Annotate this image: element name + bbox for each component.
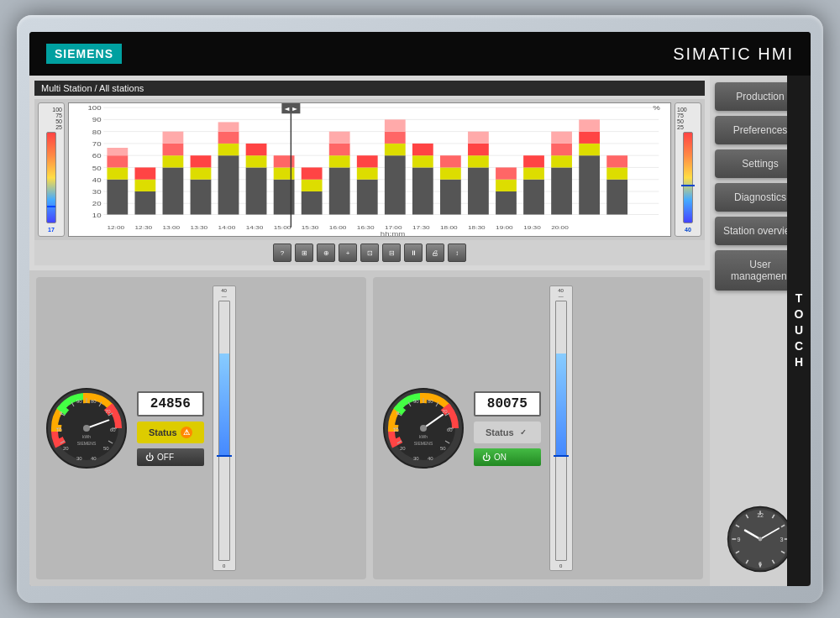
station-1-controls: 24856 Status ⚠ ⏻ OFF bbox=[137, 391, 204, 466]
svg-text:13:30: 13:30 bbox=[191, 224, 208, 231]
svg-text:3: 3 bbox=[780, 536, 784, 543]
svg-rect-29 bbox=[163, 155, 184, 167]
svg-text:40: 40 bbox=[91, 456, 97, 461]
svg-rect-83 bbox=[606, 180, 627, 215]
svg-text:50: 50 bbox=[92, 165, 102, 171]
svg-rect-48 bbox=[329, 167, 350, 214]
svg-text:12: 12 bbox=[757, 511, 764, 519]
svg-text:90: 90 bbox=[413, 399, 419, 404]
svg-text:◄►: ◄► bbox=[283, 105, 299, 112]
svg-rect-58 bbox=[385, 119, 406, 131]
svg-text:19:00: 19:00 bbox=[496, 224, 513, 231]
station-1-power-button[interactable]: ⏻ OFF bbox=[137, 448, 204, 466]
svg-rect-41 bbox=[246, 144, 267, 155]
toolbar-grid-button[interactable]: ⊞ bbox=[295, 244, 313, 262]
main-content: Multi Station / All stations 100 75 50 2… bbox=[29, 76, 811, 586]
bar-chart: 100 90 80 70 60 50 40 30 20 10 bbox=[68, 102, 671, 237]
svg-rect-78 bbox=[551, 132, 572, 144]
station-2-power-button[interactable]: ⏻ ON bbox=[474, 448, 541, 466]
power-off-icon: ⏻ bbox=[145, 453, 154, 462]
svg-text:15:00: 15:00 bbox=[274, 224, 291, 231]
svg-text:60: 60 bbox=[92, 153, 102, 160]
svg-rect-81 bbox=[579, 132, 600, 144]
svg-text:80: 80 bbox=[92, 128, 102, 135]
svg-text:SIEMENS: SIEMENS bbox=[414, 441, 433, 446]
svg-text:20: 20 bbox=[400, 446, 406, 451]
device-frame: SIEMENS SIMATIC HMI Multi Station / All … bbox=[17, 15, 823, 603]
svg-rect-64 bbox=[440, 155, 461, 167]
svg-rect-77 bbox=[551, 144, 572, 155]
station-2-panel: 10 20 30 40 50 60 70 80 90 0 bbox=[373, 277, 703, 579]
svg-rect-53 bbox=[357, 167, 378, 179]
svg-rect-76 bbox=[551, 155, 572, 167]
station-2-power-label: ON bbox=[494, 453, 507, 462]
station-1-status-label: Status bbox=[149, 427, 177, 437]
analog-clock: 12 3 6 9 bbox=[727, 505, 794, 573]
chart-section: Multi Station / All stations 100 75 50 2… bbox=[29, 76, 710, 270]
svg-rect-75 bbox=[551, 167, 572, 214]
svg-text:SIEMENS: SIEMENS bbox=[77, 441, 97, 446]
toolbar-range-button[interactable]: ⊡ bbox=[360, 244, 379, 262]
svg-rect-69 bbox=[496, 191, 517, 215]
svg-rect-40 bbox=[246, 155, 267, 167]
svg-text:17:30: 17:30 bbox=[412, 224, 430, 231]
toolbar-help-button[interactable]: ? bbox=[273, 244, 291, 262]
svg-rect-25 bbox=[134, 191, 155, 215]
svg-point-156 bbox=[420, 425, 427, 432]
svg-text:70: 70 bbox=[92, 140, 102, 147]
chart-toolbar: ? ⊞ ⊕ + ⊡ ⊟ ⏸ 🖨 ↕ bbox=[34, 240, 705, 265]
svg-text:14:00: 14:00 bbox=[218, 224, 236, 231]
svg-rect-47 bbox=[302, 167, 323, 179]
svg-rect-82 bbox=[579, 119, 600, 131]
right-thermometer-gauge: 100 75 50 25 40 bbox=[675, 102, 701, 237]
svg-rect-54 bbox=[357, 155, 378, 167]
svg-rect-61 bbox=[412, 144, 433, 155]
toolbar-print-button[interactable]: 🖨 bbox=[426, 244, 444, 262]
svg-rect-30 bbox=[163, 144, 184, 155]
svg-rect-32 bbox=[191, 180, 212, 215]
svg-text:80: 80 bbox=[428, 399, 433, 404]
svg-text:60: 60 bbox=[447, 427, 453, 432]
svg-text:30: 30 bbox=[413, 456, 419, 461]
svg-rect-28 bbox=[163, 167, 184, 214]
station-2-vert-gauge: 40 — 0 bbox=[549, 285, 573, 571]
svg-rect-62 bbox=[440, 180, 461, 215]
toolbar-pause-button[interactable]: ⏸ bbox=[404, 244, 423, 262]
svg-rect-56 bbox=[385, 144, 406, 155]
station-1-status-button[interactable]: Status ⚠ bbox=[137, 422, 204, 443]
svg-rect-26 bbox=[134, 180, 155, 191]
svg-text:15:30: 15:30 bbox=[302, 224, 319, 231]
svg-text:20: 20 bbox=[92, 201, 102, 207]
svg-rect-68 bbox=[468, 132, 489, 144]
svg-rect-24 bbox=[107, 148, 128, 155]
svg-text:20:00: 20:00 bbox=[551, 224, 569, 231]
svg-text:40: 40 bbox=[428, 456, 433, 461]
svg-rect-74 bbox=[523, 155, 544, 167]
svg-rect-52 bbox=[357, 180, 378, 215]
svg-text:18:30: 18:30 bbox=[468, 224, 486, 231]
svg-text:12:00: 12:00 bbox=[107, 224, 124, 231]
warning-icon: ⚠ bbox=[181, 427, 192, 438]
station-2-status-button[interactable]: Status ✓ bbox=[474, 422, 541, 443]
svg-text:20: 20 bbox=[63, 446, 69, 451]
svg-rect-63 bbox=[440, 167, 461, 179]
station-1-power-label: OFF bbox=[157, 453, 174, 462]
svg-text:30: 30 bbox=[76, 456, 82, 461]
svg-text:50: 50 bbox=[103, 446, 109, 451]
svg-point-179 bbox=[759, 537, 763, 542]
toolbar-zoom-button[interactable]: ⊕ bbox=[317, 244, 335, 262]
toolbar-scale-button[interactable]: ↕ bbox=[448, 244, 466, 262]
screen: SIEMENS SIMATIC HMI Multi Station / All … bbox=[29, 32, 811, 586]
svg-text:90: 90 bbox=[76, 399, 82, 404]
svg-text:60: 60 bbox=[110, 427, 116, 432]
toolbar-fit-button[interactable]: ⊟ bbox=[382, 244, 401, 262]
svg-text:9: 9 bbox=[737, 536, 740, 543]
svg-text:kWh: kWh bbox=[419, 434, 428, 439]
svg-rect-59 bbox=[412, 167, 433, 214]
svg-text:70: 70 bbox=[105, 409, 111, 414]
svg-text:16:00: 16:00 bbox=[329, 224, 347, 231]
toolbar-add-button[interactable]: + bbox=[339, 244, 357, 262]
svg-text:14:30: 14:30 bbox=[246, 224, 264, 231]
svg-point-130 bbox=[83, 425, 90, 432]
svg-rect-22 bbox=[107, 167, 128, 179]
